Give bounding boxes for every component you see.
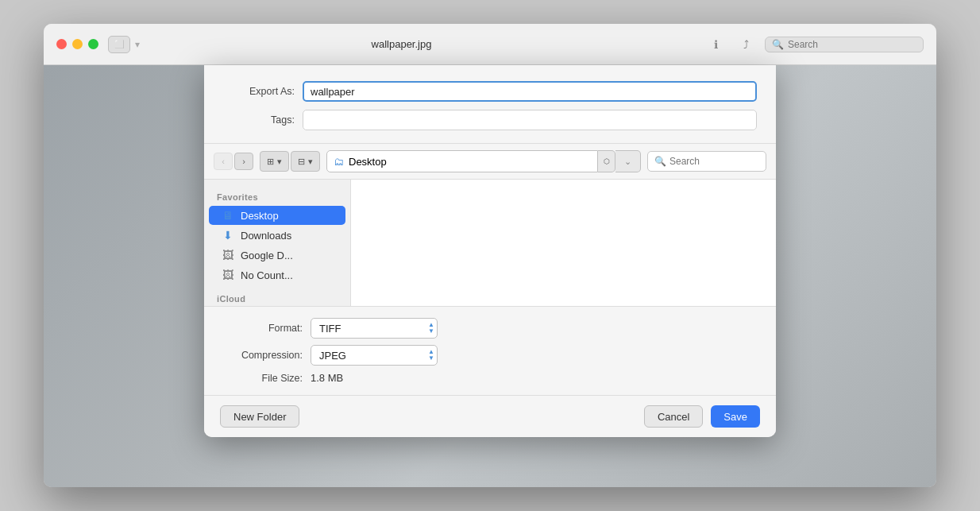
format-select[interactable]: TIFF JPEG PNG PDF	[311, 318, 438, 339]
file-size-label: File Size:	[223, 373, 303, 384]
dialog-search-input[interactable]	[669, 156, 759, 167]
save-button[interactable]: Save	[711, 405, 760, 428]
compression-label: Compression:	[223, 350, 303, 361]
sidebar-item-label: Google D...	[241, 250, 293, 261]
dialog-search-field[interactable]: 🔍	[647, 151, 766, 172]
title-search-bar[interactable]: 🔍	[765, 37, 924, 52]
view-buttons: ⊞ ▾ ⊟ ▾	[260, 151, 320, 172]
compression-row: Compression: JPEG LZW None ▲ ▼	[223, 345, 757, 366]
tags-input[interactable]	[303, 110, 757, 130]
sidebar-item-google-drive[interactable]: 🖼 Google D...	[209, 246, 345, 265]
dialog-options: Format: TIFF JPEG PNG PDF ▲ ▼	[204, 307, 776, 396]
format-label: Format:	[223, 323, 303, 334]
dialog-header: Export As: Tags:	[204, 65, 776, 144]
grid-view-icon: ⊟	[298, 157, 305, 167]
column-view-button[interactable]: ⊞ ▾	[260, 151, 289, 172]
dialog-footer: New Folder Cancel Save	[204, 396, 776, 437]
downloads-icon: ⬇	[222, 229, 234, 242]
main-panel	[351, 180, 776, 306]
format-select-wrapper: TIFF JPEG PNG PDF ▲ ▼	[311, 318, 438, 339]
icloud-section-label: iCloud	[204, 291, 350, 307]
title-search-input[interactable]	[788, 39, 916, 50]
grid-view-button[interactable]: ⊟ ▾	[291, 151, 320, 172]
export-as-input[interactable]	[303, 81, 757, 102]
sidebar-item-label: Desktop	[241, 210, 279, 222]
window-title: wallpaper.jpg	[146, 38, 657, 50]
dialog-nav: ‹ › ⊞ ▾ ⊟ ▾ 🗂 Desktop	[204, 144, 776, 180]
title-bar: ⬜ ▾ wallpaper.jpg ℹ ⤴ 🔍	[44, 24, 936, 65]
no-country-icon: 🖼	[222, 269, 234, 281]
new-folder-button[interactable]: New Folder	[220, 405, 299, 428]
sidebar-item-no-country[interactable]: 🖼 No Count...	[209, 265, 345, 285]
chevron-down-icon: ▾	[308, 157, 313, 167]
file-size-row: File Size: 1.8 MB	[223, 372, 757, 384]
folder-icon: 🗂	[334, 156, 344, 168]
share-icon[interactable]: ⤴	[735, 36, 757, 53]
compression-select-wrapper: JPEG LZW None ▲ ▼	[311, 345, 438, 366]
sidebar-item-downloads[interactable]: ⬇ Downloads	[209, 226, 345, 245]
footer-right: Cancel Save	[644, 405, 760, 428]
export-as-label: Export As:	[223, 86, 295, 97]
dialog-content: Favorites 🖥 Desktop ⬇ Downloads 🖼 Google…	[204, 180, 776, 307]
tags-label: Tags:	[223, 114, 295, 126]
format-row: Format: TIFF JPEG PNG PDF ▲ ▼	[223, 318, 757, 339]
search-icon: 🔍	[654, 156, 666, 167]
location-bar: 🗂 Desktop ⬡ ⌄	[326, 150, 641, 172]
sidebar-item-label: No Count...	[241, 269, 293, 281]
traffic-lights	[56, 39, 98, 49]
save-dialog: Export As: Tags: ‹ › ⊞ ▾	[204, 65, 776, 437]
favorites-section-label: Favorites	[204, 189, 350, 205]
sidebar-panel: Favorites 🖥 Desktop ⬇ Downloads 🖼 Google…	[204, 180, 351, 306]
file-size-value: 1.8 MB	[311, 372, 343, 384]
location-chevron-button[interactable]: ⬡	[598, 150, 615, 172]
close-button[interactable]	[56, 39, 67, 49]
cancel-button[interactable]: Cancel	[644, 405, 703, 428]
compression-select[interactable]: JPEG LZW None	[311, 345, 438, 366]
minimize-button[interactable]	[72, 39, 83, 49]
chevron-up-down-icon: ⬡	[604, 157, 610, 165]
title-bar-right: ℹ ⤴ 🔍	[704, 36, 924, 53]
google-drive-icon: 🖼	[222, 249, 234, 261]
column-view-icon: ⊞	[267, 157, 274, 167]
expand-button[interactable]: ⌄	[615, 150, 641, 172]
chevron-down-icon: ▾	[277, 157, 282, 167]
back-button[interactable]: ‹	[214, 153, 233, 170]
desktop-icon: 🖥	[222, 209, 234, 222]
location-label: Desktop	[349, 156, 387, 168]
sidebar-toggle-button[interactable]: ⬜	[108, 36, 130, 53]
search-icon: 🔍	[772, 39, 784, 50]
maximize-button[interactable]	[88, 39, 98, 49]
window-controls: ⬜ ▾	[108, 36, 140, 53]
location-display[interactable]: 🗂 Desktop	[326, 150, 598, 172]
window-body: Export As: Tags: ‹ › ⊞ ▾	[44, 65, 936, 487]
sidebar-item-desktop[interactable]: 🖥 Desktop	[209, 206, 345, 225]
sidebar-item-label: Downloads	[241, 230, 291, 242]
chevron-down-icon: ▾	[135, 39, 140, 50]
info-icon[interactable]: ℹ	[704, 36, 727, 53]
nav-arrows: ‹ ›	[214, 153, 253, 170]
export-as-row: Export As:	[223, 81, 757, 102]
tags-row: Tags:	[223, 110, 757, 130]
main-window: ⬜ ▾ wallpaper.jpg ℹ ⤴ 🔍 Export As:	[44, 24, 936, 487]
forward-button[interactable]: ›	[234, 153, 253, 170]
